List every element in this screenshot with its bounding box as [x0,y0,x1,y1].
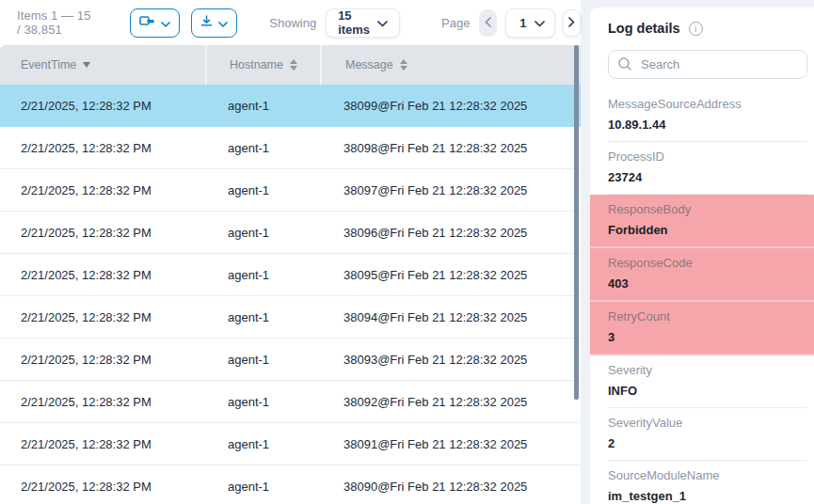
log-details-card: Log details i MessageSourceAddress 10.89… [590,8,814,504]
column-label: Message [345,58,393,71]
chevron-down-icon [218,16,228,30]
log-details-section: Log details i MessageSourceAddress 10.89… [581,0,814,504]
page-label: Page [441,16,470,30]
page-number-value: 1 [519,16,526,30]
field-value: INFO [608,384,807,398]
field-value: Forbidden [608,223,814,237]
table-row[interactable]: 2/21/2025, 12:28:32 PM agent-1 38094@Fri… [0,296,581,339]
column-header-message[interactable]: Message [320,45,581,85]
cell-event-time: 2/21/2025, 12:28:32 PM [0,310,205,324]
field-key: SourceModuleName [608,468,807,482]
table-row[interactable]: 2/21/2025, 12:28:32 PM agent-1 38090@Fri… [0,465,581,504]
cell-event-time: 2/21/2025, 12:28:32 PM [0,480,205,494]
log-detail-field[interactable]: SeverityValue 2 [608,408,807,461]
log-detail-field[interactable]: ResponseCode 403 [590,248,814,302]
log-detail-field[interactable]: ProcessID 23724 [608,142,807,195]
cell-message: 38090@Fri Feb 21 12:28:32 2025 [320,480,581,494]
field-value: 3 [608,330,814,344]
field-key: SeverityValue [608,416,807,430]
previous-page-button[interactable] [479,9,497,37]
cell-hostname: agent-1 [205,395,320,409]
export-button[interactable] [191,8,237,38]
table-row[interactable]: 2/21/2025, 12:28:32 PM agent-1 38093@Fri… [0,339,581,381]
column-settings-button[interactable] [130,8,180,38]
page-size-value: 15 items [338,8,370,37]
sort-desc-icon [83,62,90,68]
chevron-down-icon [161,16,170,30]
field-key: ProcessID [608,150,807,164]
items-summary: Items 1 — 15 / 38,851 [17,8,96,37]
table-row[interactable]: 2/21/2025, 12:28:32 PM agent-1 38096@Fri… [0,212,581,254]
cell-message: 38091@Fri Feb 21 12:28:32 2025 [320,437,581,451]
cell-hostname: agent-1 [205,268,320,282]
log-viewer-app: Items 1 — 15 / 38,851 [0,0,814,504]
column-header-eventtime[interactable]: EventTime [0,45,205,85]
details-search-input[interactable] [608,50,807,79]
chevron-down-icon [377,16,388,30]
cell-event-time: 2/21/2025, 12:28:32 PM [0,226,205,240]
table-toolbar: Items 1 — 15 / 38,851 [0,0,581,45]
cell-hostname: agent-1 [205,99,320,113]
cell-hostname: agent-1 [205,353,320,367]
info-icon[interactable]: i [689,22,703,36]
cell-message: 38098@Fri Feb 21 12:28:32 2025 [320,141,581,155]
log-detail-field[interactable]: ResponseBody Forbidden [590,195,814,248]
field-value: 23724 [608,170,807,184]
field-value: 2 [608,436,807,450]
next-page-button[interactable] [563,9,582,37]
cell-hostname: agent-1 [205,437,320,451]
log-details-title: Log details [608,21,680,36]
log-table: EventTime Hostname Message 2/21/2025, 12… [0,45,581,504]
cell-hostname: agent-1 [205,183,320,197]
cell-message: 38094@Fri Feb 21 12:28:32 2025 [320,310,581,324]
table-scrollbar[interactable] [574,45,579,400]
log-detail-field[interactable]: RetryCount 3 [590,302,814,355]
field-key: RetryCount [608,309,814,323]
field-value: 403 [608,276,814,291]
table-header: EventTime Hostname Message [0,45,581,85]
cell-hostname: agent-1 [205,226,320,240]
table-row[interactable]: 2/21/2025, 12:28:32 PM agent-1 38097@Fri… [0,169,581,212]
table-row[interactable]: 2/21/2025, 12:28:32 PM agent-1 38095@Fri… [0,254,581,296]
table-row[interactable]: 2/21/2025, 12:28:32 PM agent-1 38091@Fri… [0,423,581,465]
sort-both-icon [290,59,297,71]
cell-message: 38092@Fri Feb 21 12:28:32 2025 [320,395,581,409]
field-key: MessageSourceAddress [608,97,807,111]
showing-label: Showing [269,16,316,30]
field-value: im_testgen_1 [608,489,807,503]
table-row[interactable]: 2/21/2025, 12:28:32 PM agent-1 38099@Fri… [0,85,581,127]
log-detail-field[interactable]: MessageSourceAddress 10.89.1.44 [608,89,807,142]
column-label: Hostname [230,58,283,71]
field-key: ResponseCode [608,256,814,270]
table-row[interactable]: 2/21/2025, 12:28:32 PM agent-1 38092@Fri… [0,381,581,423]
cell-message: 38097@Fri Feb 21 12:28:32 2025 [320,183,581,197]
column-header-hostname[interactable]: Hostname [205,45,320,85]
chevron-left-icon [485,14,491,31]
cell-event-time: 2/21/2025, 12:28:32 PM [0,183,205,197]
field-key: Severity [608,363,807,377]
cell-message: 38099@Fri Feb 21 12:28:32 2025 [320,99,581,113]
cell-event-time: 2/21/2025, 12:28:32 PM [0,141,205,155]
log-detail-field[interactable]: SourceModuleName im_testgen_1 [608,461,807,504]
cell-hostname: agent-1 [205,310,320,324]
log-table-section: Items 1 — 15 / 38,851 [0,0,581,504]
cell-message: 38095@Fri Feb 21 12:28:32 2025 [320,268,581,282]
log-detail-fields: MessageSourceAddress 10.89.1.44 ProcessI… [608,89,814,504]
page-number-select[interactable]: 1 [505,8,554,38]
cell-message: 38093@Fri Feb 21 12:28:32 2025 [320,353,581,367]
table-row[interactable]: 2/21/2025, 12:28:32 PM agent-1 38098@Fri… [0,127,581,169]
cell-event-time: 2/21/2025, 12:28:32 PM [0,437,205,451]
cell-event-time: 2/21/2025, 12:28:32 PM [0,99,205,113]
chevron-down-icon [535,16,545,30]
sort-both-icon [400,59,407,71]
page-size-select[interactable]: 15 items [326,8,400,38]
table-body: 2/21/2025, 12:28:32 PM agent-1 38099@Fri… [0,85,581,504]
column-settings-icon [139,16,155,30]
field-value: 10.89.1.44 [608,118,807,132]
cell-event-time: 2/21/2025, 12:28:32 PM [0,395,205,409]
cell-event-time: 2/21/2025, 12:28:32 PM [0,353,205,367]
log-detail-field[interactable]: Severity INFO [608,355,807,408]
cell-hostname: agent-1 [205,141,320,155]
search-icon [617,56,632,75]
chevron-right-icon [568,14,575,31]
